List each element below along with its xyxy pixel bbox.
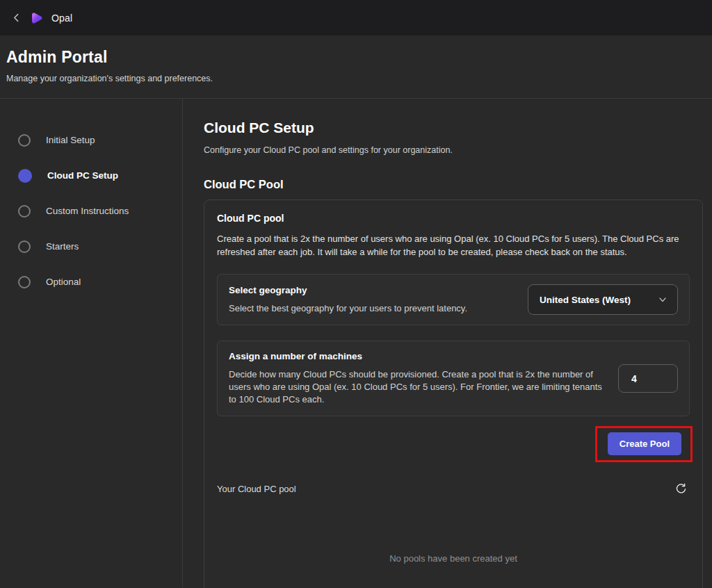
- app-title: Opal: [51, 13, 72, 24]
- sidebar-item-label: Initial Setup: [46, 135, 95, 145]
- sidebar-item-label: Custom Instructions: [46, 206, 129, 216]
- step-circle-icon: [18, 276, 31, 288]
- sidebar-item-optional[interactable]: Optional: [0, 264, 182, 300]
- step-circle-filled-icon: [18, 169, 32, 183]
- select-geography-section: Select geography Select the best geograp…: [217, 274, 690, 325]
- top-bar: Opal: [0, 0, 712, 35]
- cloud-pc-pool-card: Cloud PC pool Create a pool that is 2x t…: [204, 199, 703, 588]
- create-pool-button[interactable]: Create Pool: [608, 432, 681, 455]
- setup-steps-sidebar: Initial Setup Cloud PC Setup Custom Inst…: [0, 99, 183, 587]
- sidebar-item-label: Cloud PC Setup: [47, 170, 118, 181]
- back-chevron-icon[interactable]: [10, 12, 22, 24]
- card-description: Create a pool that is 2x the number of u…: [217, 232, 690, 259]
- sidebar-item-starters[interactable]: Starters: [0, 229, 182, 264]
- machine-count-input[interactable]: [618, 364, 678, 393]
- empty-pool-message: No pools have been created yet: [217, 553, 690, 564]
- main-content: Cloud PC Setup Configure your Cloud PC p…: [183, 99, 712, 587]
- section-subheading: Configure your Cloud PC pool and setting…: [204, 145, 703, 155]
- page-subtitle: Manage your organization's settings and …: [6, 74, 701, 83]
- sidebar-item-cloud-pc-setup[interactable]: Cloud PC Setup: [0, 158, 182, 193]
- sidebar-item-label: Optional: [46, 277, 81, 287]
- machines-title: Assign a number of machines: [229, 351, 604, 361]
- pool-list-title: Your Cloud PC pool: [217, 484, 296, 494]
- page-title: Admin Portal: [6, 48, 701, 67]
- page-header: Admin Portal Manage your organization's …: [0, 35, 712, 99]
- cloud-pc-pool-heading: Cloud PC Pool: [204, 178, 703, 191]
- geography-dropdown[interactable]: United States (West): [528, 284, 678, 315]
- sidebar-item-initial-setup[interactable]: Initial Setup: [0, 122, 182, 158]
- chevron-down-icon: [658, 295, 668, 304]
- machines-description: Decide how many Cloud PCs should be prov…: [229, 368, 604, 406]
- refresh-icon[interactable]: [673, 481, 688, 496]
- section-heading: Cloud PC Setup: [204, 120, 703, 136]
- sidebar-item-label: Starters: [46, 241, 79, 252]
- card-title: Cloud PC pool: [217, 213, 690, 224]
- red-highlight-annotation: Create Pool: [595, 426, 693, 462]
- geography-description: Select the best geography for your users…: [229, 302, 514, 315]
- step-circle-icon: [18, 240, 31, 253]
- sidebar-item-custom-instructions[interactable]: Custom Instructions: [0, 193, 182, 229]
- assign-machines-section: Assign a number of machines Decide how m…: [217, 341, 690, 416]
- step-circle-icon: [18, 205, 31, 218]
- step-circle-icon: [18, 134, 31, 147]
- opal-logo-icon[interactable]: [29, 10, 45, 26]
- geography-title: Select geography: [229, 285, 514, 295]
- geography-selected-value: United States (West): [540, 295, 631, 305]
